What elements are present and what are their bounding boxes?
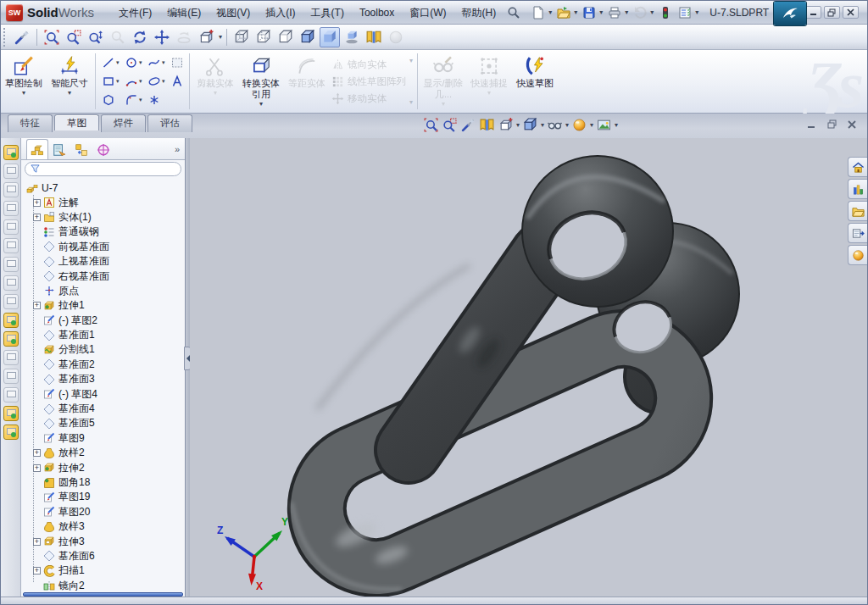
shaded-with-edges-button[interactable] bbox=[298, 27, 318, 47]
left-tool-4-button[interactable] bbox=[3, 201, 19, 216]
view-orientation-button[interactable] bbox=[496, 115, 515, 134]
rapid-sketch-button[interactable]: 快速草图 bbox=[512, 52, 558, 111]
left-tool-6-button[interactable] bbox=[3, 238, 19, 253]
line-tool-button[interactable] bbox=[100, 55, 116, 71]
left-tool-9-button[interactable] bbox=[3, 294, 19, 309]
trim-entities-button[interactable]: 剪裁实体 ▾ bbox=[192, 52, 238, 111]
toolbar-grip[interactable] bbox=[3, 28, 8, 47]
doc-close-button[interactable] bbox=[843, 118, 860, 130]
tab-sketch[interactable]: 草图 bbox=[54, 114, 99, 130]
left-tool-3-button[interactable] bbox=[3, 182, 19, 197]
left-tool-8-button[interactable] bbox=[3, 275, 19, 291]
selection-rectangle-icon[interactable] bbox=[169, 55, 185, 71]
shadows-in-shaded-mode-button[interactable] bbox=[342, 27, 362, 47]
tree-item[interactable]: 基准面5 bbox=[25, 416, 185, 430]
tree-item[interactable]: 基准面4 bbox=[25, 402, 185, 416]
pan-button[interactable] bbox=[152, 27, 172, 47]
task-tab-view-palette[interactable] bbox=[848, 223, 867, 243]
minimize-button[interactable] bbox=[805, 6, 821, 19]
tree-item[interactable]: +拉伸1 bbox=[25, 298, 185, 313]
task-tab-appearances-scenes[interactable] bbox=[848, 245, 867, 265]
left-tool-11-button[interactable] bbox=[3, 331, 19, 347]
tree-item[interactable]: 圆角18 bbox=[25, 475, 185, 490]
zoom-to-fit-button[interactable] bbox=[42, 27, 62, 47]
task-tab-solidworks-resources[interactable] bbox=[848, 157, 867, 177]
tree-item[interactable]: +实体(1) bbox=[25, 210, 185, 225]
open-caret[interactable]: ▾ bbox=[573, 8, 578, 16]
smart-dimension-caret[interactable]: ▾ bbox=[68, 89, 71, 97]
tree-item[interactable]: +拉伸3 bbox=[25, 534, 185, 548]
tree-item[interactable]: 前视基准面 bbox=[25, 240, 185, 254]
section-view-button[interactable] bbox=[364, 27, 384, 47]
task-tab-file-explorer[interactable] bbox=[848, 201, 867, 221]
zoom-to-area-button[interactable] bbox=[440, 115, 459, 134]
tree-item[interactable]: +扫描1 bbox=[25, 563, 185, 578]
zoom-to-fit-button[interactable] bbox=[421, 115, 440, 134]
left-tool-10-button[interactable] bbox=[3, 313, 19, 328]
expand-toggle[interactable]: + bbox=[33, 567, 41, 574]
wireframe-button[interactable] bbox=[231, 27, 252, 47]
tree-item[interactable]: 基准面1 bbox=[25, 328, 185, 342]
display-style-button[interactable] bbox=[520, 115, 539, 134]
left-tool-1-button[interactable] bbox=[3, 145, 19, 160]
tree-item[interactable]: 基准面2 bbox=[25, 358, 185, 372]
save-caret[interactable]: ▾ bbox=[598, 8, 604, 16]
menu-insert[interactable]: 插入(I) bbox=[258, 4, 303, 21]
menu-file[interactable]: 文件(F) bbox=[111, 4, 159, 21]
sketch-tool-button[interactable] bbox=[12, 27, 32, 47]
new-document-caret[interactable]: ▾ bbox=[548, 8, 553, 16]
panel-tab-featuremanager-design-tree[interactable] bbox=[26, 139, 48, 159]
quick-snaps-button[interactable]: 快速捕捉 ▾ bbox=[466, 52, 512, 111]
hidden-lines-visible-button[interactable] bbox=[253, 27, 274, 47]
convert-entities-button[interactable]: 转换实体引用 ▾ bbox=[238, 52, 284, 111]
rotate-about-scene-floor-button[interactable] bbox=[174, 27, 194, 47]
menu-toolbox[interactable]: Toolbox bbox=[352, 4, 402, 21]
expand-toggle[interactable]: + bbox=[33, 302, 41, 309]
open-button[interactable] bbox=[555, 4, 572, 21]
point-tool-button[interactable] bbox=[146, 92, 162, 108]
realview-graphics-button[interactable] bbox=[386, 27, 406, 47]
expand-toggle[interactable]: + bbox=[33, 214, 41, 221]
expand-toggle[interactable]: + bbox=[33, 449, 41, 457]
sketch-button[interactable]: 草图绘制 ▾ bbox=[1, 52, 47, 111]
close-button[interactable] bbox=[843, 6, 859, 19]
tree-item[interactable]: 基准面6 bbox=[25, 549, 185, 563]
panel-tab-dimxpertmanager[interactable] bbox=[92, 139, 114, 159]
section-view-button[interactable] bbox=[477, 115, 496, 134]
tree-item[interactable]: 分割线1 bbox=[25, 342, 185, 357]
left-tool-13-button[interactable] bbox=[3, 369, 19, 384]
linear-sketch-pattern-button[interactable]: 线性草图阵列 bbox=[330, 73, 408, 90]
arc-tool-button[interactable] bbox=[123, 74, 139, 90]
restore-button[interactable] bbox=[824, 6, 840, 19]
doc-minimize-button[interactable] bbox=[803, 118, 820, 130]
menu-tools[interactable]: 工具(T) bbox=[303, 4, 352, 21]
zoom-in-out-button[interactable] bbox=[86, 27, 106, 47]
left-tool-14-button[interactable] bbox=[3, 387, 19, 402]
left-tool-16-button[interactable] bbox=[3, 425, 19, 440]
rotate-view-button[interactable] bbox=[130, 27, 150, 47]
undo-caret[interactable]: ▾ bbox=[649, 8, 654, 16]
panel-tab-configurationmanager[interactable] bbox=[70, 139, 92, 159]
tree-item[interactable]: +拉伸2 bbox=[25, 460, 185, 475]
tab-evaluate[interactable]: 评估 bbox=[147, 114, 192, 132]
menu-help[interactable]: 帮助(H) bbox=[454, 4, 504, 21]
standard-views-button[interactable] bbox=[196, 27, 216, 47]
sketch-flyout-caret[interactable]: ▾ bbox=[22, 89, 25, 97]
tree-item[interactable]: (-) 草图2 bbox=[25, 314, 185, 328]
rebuild-button[interactable] bbox=[657, 4, 674, 21]
tree-item[interactable]: (-) 草图4 bbox=[25, 386, 185, 401]
panel-tabs-chevron-icon[interactable]: » bbox=[175, 144, 180, 154]
expand-toggle[interactable]: + bbox=[33, 464, 41, 472]
shaded-button[interactable] bbox=[320, 27, 340, 47]
options-button[interactable] bbox=[676, 4, 693, 21]
standard-views-caret[interactable]: ▾ bbox=[218, 33, 223, 41]
spline-tool-button[interactable] bbox=[146, 55, 162, 71]
polygon-tool-button[interactable] bbox=[100, 92, 116, 108]
tree-item[interactable]: 右视基准面 bbox=[25, 269, 185, 283]
mirror-entities-button[interactable]: 镜向实体 bbox=[330, 56, 408, 73]
doc-restore-button[interactable] bbox=[823, 118, 840, 130]
left-tool-7-button[interactable] bbox=[3, 257, 19, 272]
fillet-flyout-caret[interactable]: ▾ bbox=[139, 97, 146, 103]
tree-item[interactable]: 基准面3 bbox=[25, 372, 185, 386]
apply-scene-caret[interactable]: ▾ bbox=[614, 121, 619, 129]
